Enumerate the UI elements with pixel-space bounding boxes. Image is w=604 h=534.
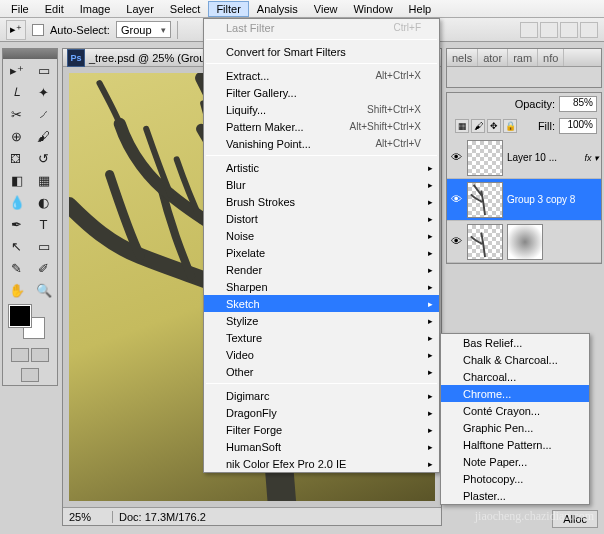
submenu-bas-relief[interactable]: Bas Relief...: [441, 334, 589, 351]
menu-texture[interactable]: Texture: [204, 329, 439, 346]
menu-filter-forge[interactable]: Filter Forge: [204, 421, 439, 438]
menu-stylize[interactable]: Stylize: [204, 312, 439, 329]
submenu-chalk-charcoal[interactable]: Chalk & Charcoal...: [441, 351, 589, 368]
type-tool[interactable]: T: [30, 213, 57, 235]
dodge-tool[interactable]: ◐: [30, 191, 57, 213]
menu-file[interactable]: File: [3, 1, 37, 17]
gradient-tool[interactable]: ▦: [30, 169, 57, 191]
menu-vanishing-point[interactable]: Vanishing Point...Alt+Ctrl+V: [204, 135, 439, 152]
eraser-tool[interactable]: ◧: [3, 169, 30, 191]
quickmask-mode-button[interactable]: [31, 348, 49, 362]
menu-help[interactable]: Help: [401, 1, 440, 17]
layer-name[interactable]: Group 3 copy 8: [507, 194, 599, 205]
wand-tool[interactable]: ✦: [30, 81, 57, 103]
align-button[interactable]: [560, 22, 578, 38]
visibility-icon[interactable]: 👁: [449, 235, 463, 249]
menu-sharpen[interactable]: Sharpen: [204, 278, 439, 295]
panel-tab[interactable]: ram: [508, 49, 538, 66]
zoom-level[interactable]: 25%: [63, 511, 113, 523]
move-tool[interactable]: ▸⁺: [3, 59, 30, 81]
hand-tool[interactable]: ✋: [3, 279, 30, 301]
menu-dragonfly[interactable]: DragonFly: [204, 404, 439, 421]
doc-info[interactable]: Doc: 17.3M/176.2: [113, 511, 441, 523]
pen-tool[interactable]: ✒: [3, 213, 30, 235]
layer-row[interactable]: 👁: [447, 221, 601, 263]
fill-input[interactable]: 100%: [559, 118, 597, 134]
eyedropper-tool[interactable]: ✐: [30, 257, 57, 279]
menu-pixelate[interactable]: Pixelate: [204, 244, 439, 261]
menu-render[interactable]: Render: [204, 261, 439, 278]
panel-tab[interactable]: nels: [447, 49, 478, 66]
submenu-charcoal[interactable]: Charcoal...: [441, 368, 589, 385]
menu-digimarc[interactable]: Digimarc: [204, 387, 439, 404]
menu-layer[interactable]: Layer: [118, 1, 162, 17]
menu-window[interactable]: Window: [345, 1, 400, 17]
submenu-note-paper[interactable]: Note Paper...: [441, 453, 589, 470]
visibility-icon[interactable]: 👁: [449, 193, 463, 207]
menu-analysis[interactable]: Analysis: [249, 1, 306, 17]
menu-smart-filters[interactable]: Convert for Smart Filters: [204, 43, 439, 60]
layer-name[interactable]: Layer 10 ...: [507, 152, 580, 163]
menu-image[interactable]: Image: [72, 1, 119, 17]
opacity-input[interactable]: 85%: [559, 96, 597, 112]
menu-distort[interactable]: Distort: [204, 210, 439, 227]
autoselect-combo[interactable]: Group: [116, 21, 171, 38]
menu-view[interactable]: View: [306, 1, 346, 17]
path-tool[interactable]: ↖: [3, 235, 30, 257]
menu-liquify[interactable]: Liquify...Shift+Ctrl+X: [204, 101, 439, 118]
submenu-conte-crayon[interactable]: Conté Crayon...: [441, 402, 589, 419]
lock-transparent-icon[interactable]: ▦: [455, 119, 469, 133]
menu-brush-strokes[interactable]: Brush Strokes: [204, 193, 439, 210]
menu-extract[interactable]: Extract...Alt+Ctrl+X: [204, 67, 439, 84]
blur-tool[interactable]: 💧: [3, 191, 30, 213]
menu-pattern-maker[interactable]: Pattern Maker...Alt+Shift+Ctrl+X: [204, 118, 439, 135]
menu-video[interactable]: Video: [204, 346, 439, 363]
menu-filter[interactable]: Filter: [208, 1, 248, 17]
screen-mode-button[interactable]: [21, 368, 39, 382]
submenu-photocopy[interactable]: Photocopy...: [441, 470, 589, 487]
color-swatches[interactable]: [3, 301, 57, 345]
menu-noise[interactable]: Noise: [204, 227, 439, 244]
align-button[interactable]: [540, 22, 558, 38]
autoselect-checkbox[interactable]: [32, 24, 44, 36]
submenu-halftone[interactable]: Halftone Pattern...: [441, 436, 589, 453]
tools-grip[interactable]: [3, 49, 57, 59]
notes-tool[interactable]: ✎: [3, 257, 30, 279]
standard-mode-button[interactable]: [11, 348, 29, 362]
layer-thumb[interactable]: [467, 140, 503, 176]
shape-tool[interactable]: ▭: [30, 235, 57, 257]
align-button[interactable]: [580, 22, 598, 38]
menu-filter-gallery[interactable]: Filter Gallery...: [204, 84, 439, 101]
stamp-tool[interactable]: ⛋: [3, 147, 30, 169]
menu-blur[interactable]: Blur: [204, 176, 439, 193]
zoom-tool[interactable]: 🔍: [30, 279, 57, 301]
menu-humansoft[interactable]: HumanSoft: [204, 438, 439, 455]
tool-preset-icon[interactable]: ▸⁺: [6, 20, 26, 40]
lasso-tool[interactable]: 𝘓: [3, 81, 30, 103]
submenu-chrome[interactable]: Chrome...: [441, 385, 589, 402]
layer-mask-thumb[interactable]: [507, 224, 543, 260]
visibility-icon[interactable]: 👁: [449, 151, 463, 165]
slice-tool[interactable]: ⟋: [30, 103, 57, 125]
menu-select[interactable]: Select: [162, 1, 209, 17]
panel-tab[interactable]: ator: [478, 49, 508, 66]
foreground-swatch[interactable]: [9, 305, 31, 327]
submenu-plaster[interactable]: Plaster...: [441, 487, 589, 504]
layer-thumb[interactable]: [467, 182, 503, 218]
brush-tool[interactable]: 🖌: [30, 125, 57, 147]
lock-pixels-icon[interactable]: 🖌: [471, 119, 485, 133]
layer-row[interactable]: 👁 Group 3 copy 8: [447, 179, 601, 221]
menu-artistic[interactable]: Artistic: [204, 159, 439, 176]
menu-other[interactable]: Other: [204, 363, 439, 380]
layer-thumb[interactable]: [467, 224, 503, 260]
align-button[interactable]: [520, 22, 538, 38]
crop-tool[interactable]: ✂: [3, 103, 30, 125]
lock-position-icon[interactable]: ✥: [487, 119, 501, 133]
history-brush-tool[interactable]: ↺: [30, 147, 57, 169]
marquee-tool[interactable]: ▭: [30, 59, 57, 81]
lock-all-icon[interactable]: 🔒: [503, 119, 517, 133]
menu-sketch[interactable]: Sketch: [204, 295, 439, 312]
layer-row[interactable]: 👁 Layer 10 ... fx ▾: [447, 137, 601, 179]
healing-tool[interactable]: ⊕: [3, 125, 30, 147]
submenu-graphic-pen[interactable]: Graphic Pen...: [441, 419, 589, 436]
